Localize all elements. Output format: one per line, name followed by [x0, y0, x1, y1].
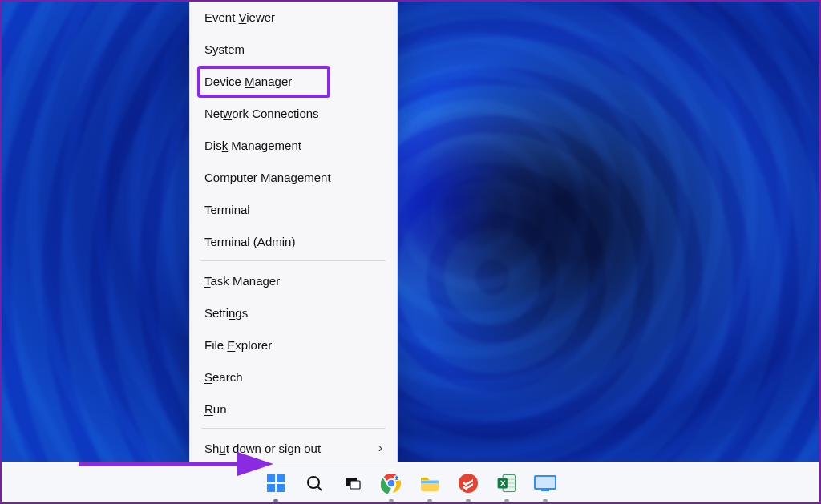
menu-separator	[201, 260, 386, 261]
menu-item-label: Computer Management	[204, 171, 331, 184]
taskbar-search[interactable]	[301, 470, 328, 497]
menu-item-terminal[interactable]: Terminal	[195, 193, 392, 225]
chrome-icon: 👤	[381, 473, 402, 494]
menu-item-settings[interactable]: Settings	[195, 296, 392, 329]
svg-rect-7	[350, 481, 360, 489]
svg-line-5	[318, 487, 322, 491]
remote-desktop-icon	[533, 474, 557, 492]
svg-rect-2	[267, 484, 275, 492]
svg-point-4	[308, 477, 319, 488]
task-view-icon	[343, 474, 362, 493]
search-icon	[305, 474, 324, 493]
desktop-wallpaper: Event ViewerSystemDevice ManagerNetwork …	[0, 0, 821, 504]
excel-icon	[496, 473, 517, 494]
file-explorer-icon	[419, 474, 440, 493]
menu-item-label: Run	[204, 402, 227, 416]
svg-rect-3	[277, 484, 285, 492]
menu-item-label: Settings	[204, 306, 248, 320]
menu-item-disk-management[interactable]: Disk Management	[195, 129, 392, 161]
todoist-icon	[458, 473, 479, 494]
menu-item-system[interactable]: System	[195, 33, 392, 65]
menu-item-file-explorer[interactable]: File Explorer	[195, 329, 392, 361]
menu-item-label: Task Manager	[204, 274, 280, 288]
menu-item-label: Network Connections	[204, 107, 319, 120]
menu-item-event-viewer[interactable]: Event Viewer	[195, 1, 392, 33]
menu-item-label: System	[204, 42, 245, 56]
menu-item-device-manager[interactable]: Device Manager	[195, 65, 392, 97]
taskbar-chrome[interactable]: 👤	[378, 470, 405, 497]
menu-item-computer-management[interactable]: Computer Management	[195, 161, 392, 193]
menu-item-label: Disk Management	[204, 139, 301, 152]
menu-item-search[interactable]: Search	[195, 361, 392, 393]
menu-item-label: Device Manager	[204, 75, 292, 88]
svg-rect-22	[541, 490, 549, 491]
menu-item-task-manager[interactable]: Task Manager	[195, 264, 392, 296]
menu-item-label: Terminal	[204, 203, 250, 216]
taskbar-excel[interactable]	[493, 470, 520, 497]
taskbar-file-explorer[interactable]	[416, 470, 443, 497]
menu-item-network-connections[interactable]: Network Connections	[195, 97, 392, 129]
taskbar-todoist[interactable]	[455, 470, 482, 497]
taskbar-task-view[interactable]	[339, 470, 366, 497]
annotation-arrow	[77, 452, 277, 476]
menu-item-label: File Explorer	[204, 338, 272, 352]
menu-item-label: Event Viewer	[204, 10, 275, 24]
start-context-menu: Event ViewerSystemDevice ManagerNetwork …	[189, 0, 398, 502]
wallpaper-swirl	[0, 0, 821, 504]
menu-item-label: Search	[204, 370, 243, 384]
menu-item-run[interactable]: Run	[195, 393, 392, 425]
menu-separator	[201, 428, 386, 429]
svg-rect-21	[536, 477, 555, 488]
taskbar-remote-desktop[interactable]	[532, 470, 559, 497]
menu-item-label: Terminal (Admin)	[204, 235, 295, 248]
svg-rect-13	[421, 481, 439, 483]
menu-item-terminal-admin[interactable]: Terminal (Admin)	[195, 225, 392, 257]
svg-rect-1	[277, 474, 285, 482]
